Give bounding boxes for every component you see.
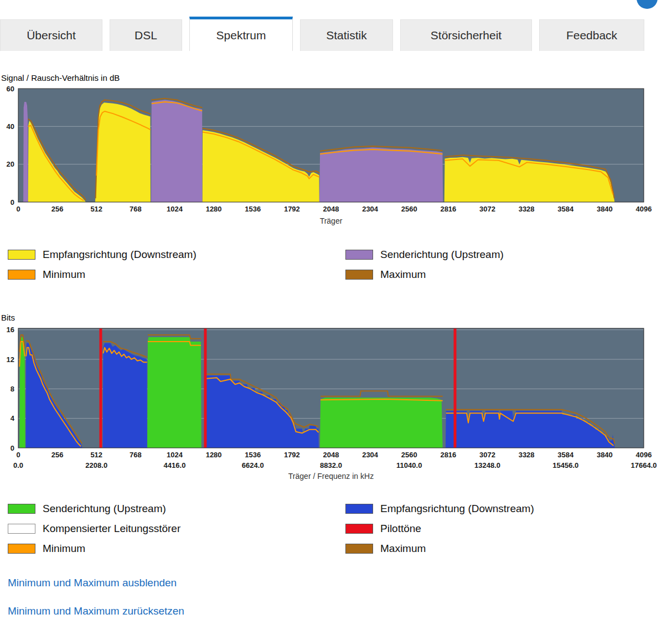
legend-swatch bbox=[345, 504, 373, 514]
legend-swatch bbox=[345, 544, 373, 554]
legend-item: Empfangsrichtung (Downstream) bbox=[345, 503, 534, 515]
tab-st-rsicherheit[interactable]: Störsicherheit bbox=[400, 19, 532, 51]
x-tick-label: 2560 bbox=[401, 205, 417, 213]
series-upstream bbox=[147, 337, 201, 448]
y-tick-label: 40 bbox=[7, 122, 14, 131]
series-upstream bbox=[320, 398, 443, 448]
legend-column: Empfangsrichtung (Downstream)Minimum bbox=[8, 249, 345, 281]
legend-label: Minimum bbox=[43, 269, 85, 281]
legend-swatch bbox=[8, 504, 35, 514]
x-freq-tick-label: 2208.0 bbox=[85, 461, 107, 469]
x-tick-label: 2304 bbox=[362, 205, 379, 213]
legend-column: Empfangsrichtung (Downstream)PilottöneMa… bbox=[345, 503, 534, 555]
bits-chart-title: Bits bbox=[1, 313, 672, 322]
hide-minmax-link[interactable]: Minimum und Maximum ausblenden bbox=[8, 577, 672, 589]
legend-item: Maximum bbox=[345, 543, 534, 555]
x-tick-label: 4096 bbox=[636, 451, 652, 459]
legend-item: Senderichtung (Upstream) bbox=[8, 503, 345, 515]
x-tick-label: 0 bbox=[16, 205, 20, 213]
x-tick-label: 3840 bbox=[597, 451, 613, 459]
x-tick-label: 2816 bbox=[440, 205, 456, 213]
y-tick-label: 12 bbox=[7, 355, 14, 364]
reset-minmax-link[interactable]: Minimum und Maximum zurücksetzen bbox=[8, 605, 672, 617]
tab--bersicht[interactable]: Übersicht bbox=[0, 19, 102, 51]
x-tick-label: 4096 bbox=[636, 205, 652, 213]
x-tick-label: 2048 bbox=[323, 205, 339, 213]
x-tick-label: 3328 bbox=[519, 205, 535, 213]
y-tick-label: 60 bbox=[7, 86, 14, 93]
y-tick-label: 20 bbox=[7, 160, 14, 168]
legend-item: Minimum bbox=[8, 543, 345, 555]
tab-dsl[interactable]: DSL bbox=[110, 19, 182, 51]
x-tick-label: 3328 bbox=[519, 451, 535, 459]
legend-item: Minimum bbox=[8, 269, 345, 281]
y-tick-label: 4 bbox=[11, 414, 15, 422]
series-downstream bbox=[103, 343, 147, 448]
spectrum-page: ÜbersichtDSLSpektrumStatistikStörsicherh… bbox=[0, 0, 672, 640]
x-tick-label: 768 bbox=[130, 451, 142, 459]
snr-chart-title: Signal / Rausch-Verhältnis in dB bbox=[1, 73, 672, 82]
links-block: Minimum und Maximum ausblenden Minimum u… bbox=[8, 577, 672, 617]
legend-label: Kompensierter Leitungsstörer bbox=[43, 523, 180, 535]
pilot-tone-line bbox=[454, 328, 457, 448]
legend-item: Kompensierter Leitungsstörer bbox=[8, 523, 345, 535]
legend-label: Senderichtung (Upstream) bbox=[43, 503, 166, 515]
legend-swatch bbox=[8, 524, 35, 534]
x-tick-label: 1024 bbox=[167, 205, 183, 213]
x-tick-label: 3840 bbox=[597, 205, 613, 213]
legend-swatch bbox=[345, 270, 373, 280]
legend-column: Senderichtung (Upstream)Maximum bbox=[345, 249, 504, 281]
x-freq-tick-label: 13248.0 bbox=[474, 461, 500, 469]
x-axis-caption: Träger / Frequenz in kHz bbox=[288, 472, 374, 481]
tab-bar: ÜbersichtDSLSpektrumStatistikStörsicherh… bbox=[0, 17, 672, 51]
legend-item: Empfangsrichtung (Downstream) bbox=[8, 249, 345, 261]
x-tick-label: 256 bbox=[51, 205, 64, 213]
content: Signal / Rausch-Verhältnis in dB 0204060… bbox=[0, 73, 672, 617]
tab-feedback[interactable]: Feedback bbox=[539, 19, 644, 51]
top-bar bbox=[0, 0, 672, 17]
x-tick-label: 3584 bbox=[557, 451, 574, 459]
y-tick-label: 16 bbox=[7, 326, 14, 334]
tab-spektrum[interactable]: Spektrum bbox=[189, 17, 293, 51]
x-freq-tick-label: 4416.0 bbox=[164, 461, 186, 469]
bits-legend: Senderichtung (Upstream)Kompensierter Le… bbox=[8, 503, 672, 555]
legend-swatch bbox=[8, 250, 35, 260]
legend-swatch bbox=[8, 544, 35, 554]
x-tick-label: 3584 bbox=[557, 205, 574, 213]
x-tick-label: 2048 bbox=[323, 451, 339, 459]
legend-swatch bbox=[345, 524, 373, 534]
x-tick-label: 1024 bbox=[167, 451, 183, 459]
legend-label: Senderichtung (Upstream) bbox=[380, 249, 504, 261]
legend-label: Maximum bbox=[380, 269, 426, 281]
x-freq-tick-label: 6624.0 bbox=[242, 461, 264, 469]
legend-item: Maximum bbox=[345, 269, 504, 281]
legend-label: Empfangsrichtung (Downstream) bbox=[380, 503, 534, 515]
x-freq-tick-label: 15456.0 bbox=[552, 461, 578, 469]
x-freq-tick-label: 0.0 bbox=[13, 461, 23, 469]
series-upstream bbox=[319, 148, 443, 202]
x-tick-label: 1792 bbox=[284, 451, 300, 459]
legend-label: Minimum bbox=[43, 543, 85, 555]
x-tick-label: 1280 bbox=[206, 451, 222, 459]
x-freq-tick-label: 8832.0 bbox=[320, 461, 342, 469]
x-tick-label: 512 bbox=[90, 205, 102, 213]
legend-item: Pilottöne bbox=[345, 523, 534, 535]
x-freq-tick-label: 11040.0 bbox=[396, 461, 422, 469]
y-tick-label: 0 bbox=[11, 198, 14, 207]
x-tick-label: 2816 bbox=[440, 451, 456, 459]
legend-swatch bbox=[8, 270, 35, 280]
legend-swatch bbox=[345, 250, 373, 260]
pilot-tone-line bbox=[204, 328, 206, 448]
x-axis-caption: Träger bbox=[320, 216, 343, 225]
series-upstream bbox=[151, 100, 202, 203]
x-tick-label: 2304 bbox=[362, 451, 379, 459]
pilot-tone-line bbox=[99, 328, 102, 448]
tab-statistik[interactable]: Statistik bbox=[300, 19, 393, 51]
snr-chart: 0204060025651276810241280153617922048230… bbox=[0, 86, 672, 229]
x-tick-label: 256 bbox=[51, 451, 64, 459]
x-freq-tick-label: 17664.0 bbox=[631, 461, 657, 469]
help-button[interactable] bbox=[637, 0, 658, 9]
x-tick-label: 1536 bbox=[245, 205, 261, 213]
legend-column: Senderichtung (Upstream)Kompensierter Le… bbox=[8, 503, 345, 555]
x-tick-label: 768 bbox=[130, 205, 142, 213]
